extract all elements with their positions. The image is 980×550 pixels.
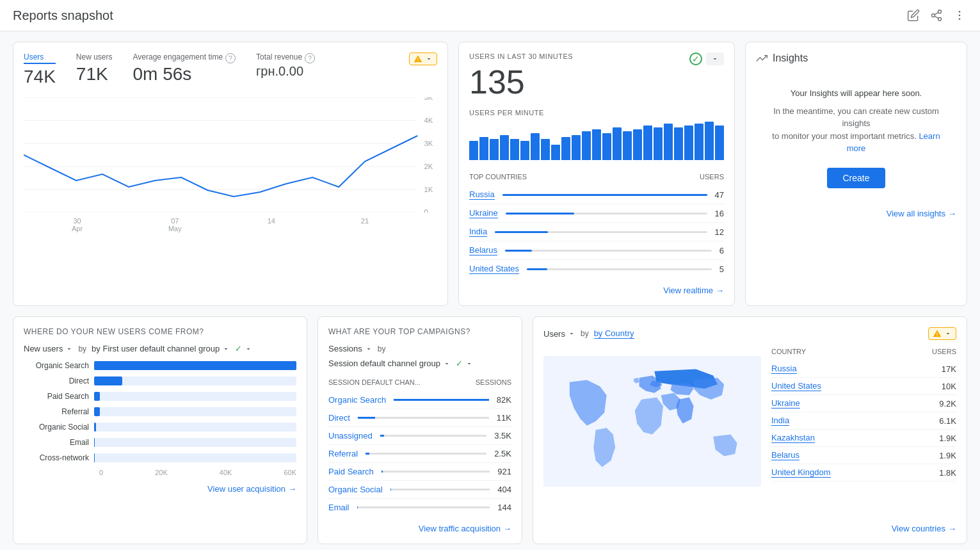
bar-13	[592, 129, 601, 160]
filter-session-channel[interactable]: Session default channel group	[328, 359, 451, 368]
sessions-table: SESSION DEFAULT CHAN... SESSIONS Organic…	[328, 376, 511, 516]
engagement-label: Average engagement time	[133, 53, 223, 61]
hbar-referral: Referral	[24, 407, 296, 416]
x-label-1: 30Apr	[72, 217, 83, 232]
insights-trend-icon	[756, 53, 767, 64]
engagement-info-icon[interactable]: ?	[225, 53, 236, 63]
session-referral-name[interactable]: Referral	[328, 449, 358, 458]
filter-users-geo[interactable]: Users	[543, 329, 575, 339]
country-belarus[interactable]: Belarus	[469, 245, 497, 255]
session-email-bar-container	[357, 506, 490, 508]
arrow-icon-acq: →	[288, 484, 296, 494]
session-row-organic: Organic Search 82K	[328, 391, 511, 409]
geo-russia-value: 17K	[942, 364, 956, 374]
geo-belarus[interactable]: Belarus	[771, 450, 799, 460]
session-row-email: Email 144	[328, 499, 511, 516]
geo-uk-row: United Kingdom 1.8K	[771, 464, 956, 481]
geo-india[interactable]: India	[771, 416, 789, 426]
users-label[interactable]: Users	[24, 53, 56, 64]
svg-text:0: 0	[424, 208, 428, 213]
svg-text:1K: 1K	[424, 186, 433, 193]
session-referral-value: 2.5K	[494, 449, 511, 458]
session-paid-name[interactable]: Paid Search	[328, 467, 374, 476]
session-social-bar-container	[390, 489, 490, 490]
geo-ukraine[interactable]: Ukraine	[771, 398, 800, 408]
line-chart: 5K 4K 3K 2K 1K 0 30Apr 07May 14 21	[24, 97, 437, 225]
sessions-col: SESSIONS	[476, 378, 511, 386]
filter-country[interactable]: by Country	[594, 328, 634, 339]
revenue-info-icon[interactable]: ?	[305, 53, 315, 63]
campaigns-filter-row: Sessions by Session default channel grou…	[328, 344, 511, 368]
geo-russia[interactable]: Russia	[771, 364, 797, 374]
view-all-insights-link[interactable]: View all insights →	[887, 209, 956, 218]
india-value: 12	[715, 227, 724, 237]
india-bar-container	[495, 231, 707, 233]
us-value: 5	[719, 264, 724, 274]
users-col-label: USERS	[700, 173, 724, 181]
share-icon[interactable]	[929, 8, 944, 23]
us-bar-container	[527, 268, 712, 270]
revenue-value: грн.0.00	[256, 64, 315, 79]
bar-15	[613, 127, 622, 160]
hbar-fill-referral	[94, 407, 100, 416]
warning-badge[interactable]	[409, 53, 437, 65]
bar-2	[479, 137, 488, 160]
campaigns-check-icon: ✓	[456, 359, 463, 368]
country-india[interactable]: India	[469, 227, 487, 237]
filter-sessions[interactable]: Sessions	[328, 344, 373, 353]
geo-filter-row: Users by by Country	[543, 328, 634, 339]
metrics-card: Users 74K New users 71K Average engageme…	[13, 42, 448, 306]
session-direct-name[interactable]: Direct	[328, 413, 350, 423]
edit-icon[interactable]	[906, 8, 921, 23]
country-row-belarus: Belarus 6	[469, 241, 724, 260]
view-realtime-container: View realtime →	[469, 286, 724, 295]
session-direct-bar-container	[358, 417, 489, 419]
geo-warning-badge[interactable]	[928, 327, 956, 340]
svg-line-4	[935, 12, 938, 14]
status-dropdown[interactable]: ✓	[235, 344, 252, 353]
view-user-acquisition-link[interactable]: View user acquisition →	[207, 484, 296, 494]
geo-ukraine-row: Ukraine 9.2K	[771, 395, 956, 412]
create-button[interactable]: Create	[827, 168, 885, 188]
geo-kazakhstan[interactable]: Kazakhstan	[771, 433, 815, 443]
svg-point-6	[959, 15, 961, 17]
session-unassigned-value: 3.5K	[494, 431, 511, 441]
campaigns-section-title: WHAT ARE YOUR TOP CAMPAIGNS?	[328, 327, 511, 336]
view-realtime-link[interactable]: View realtime →	[663, 286, 724, 295]
more-icon[interactable]	[952, 8, 967, 23]
hbar-paid: Paid Search	[24, 392, 296, 401]
country-us[interactable]: United States	[469, 264, 519, 274]
new-users-label: New users	[76, 53, 113, 61]
bar-23	[695, 124, 703, 160]
session-unassigned-name[interactable]: Unassigned	[328, 431, 373, 441]
header-actions	[906, 8, 967, 23]
session-social-name[interactable]: Organic Social	[328, 485, 383, 494]
per-minute-chart	[469, 122, 724, 160]
geo-russia-row: Russia 17K	[771, 360, 956, 378]
realtime-dropdown[interactable]	[706, 53, 724, 65]
session-email-name[interactable]: Email	[328, 503, 349, 512]
view-traffic-link[interactable]: View traffic acquisition →	[419, 524, 511, 533]
country-russia[interactable]: Russia	[469, 190, 495, 200]
hbar-label-cross: Cross-network	[24, 453, 94, 462]
country-ukraine[interactable]: Ukraine	[469, 208, 498, 218]
geo-uk[interactable]: United Kingdom	[771, 467, 831, 478]
bar-24	[705, 122, 714, 160]
arrow-icon-geo: →	[948, 524, 956, 533]
learn-more-link[interactable]: Learn more	[847, 131, 940, 154]
session-organic-name[interactable]: Organic Search	[328, 395, 386, 405]
ukraine-bar-container	[506, 213, 707, 214]
world-map-svg	[543, 348, 761, 495]
campaigns-status-dropdown[interactable]: ✓	[456, 359, 473, 368]
session-paid-value: 921	[497, 467, 511, 476]
geo-by-text: by	[581, 329, 589, 338]
session-row-unassigned: Unassigned 3.5K	[328, 427, 511, 445]
view-countries-link[interactable]: View countries →	[892, 524, 956, 533]
session-row-social: Organic Social 404	[328, 481, 511, 499]
filter-new-users[interactable]: New users	[24, 344, 73, 353]
bottom-row: WHERE DO YOUR NEW USERS COME FROM? New u…	[13, 316, 967, 544]
hbar-label-direct: Direct	[24, 376, 94, 385]
filter-channel-group[interactable]: by First user default channel group	[92, 344, 230, 353]
main-content: Users 74K New users 71K Average engageme…	[0, 31, 980, 550]
geo-us[interactable]: United States	[771, 381, 821, 391]
